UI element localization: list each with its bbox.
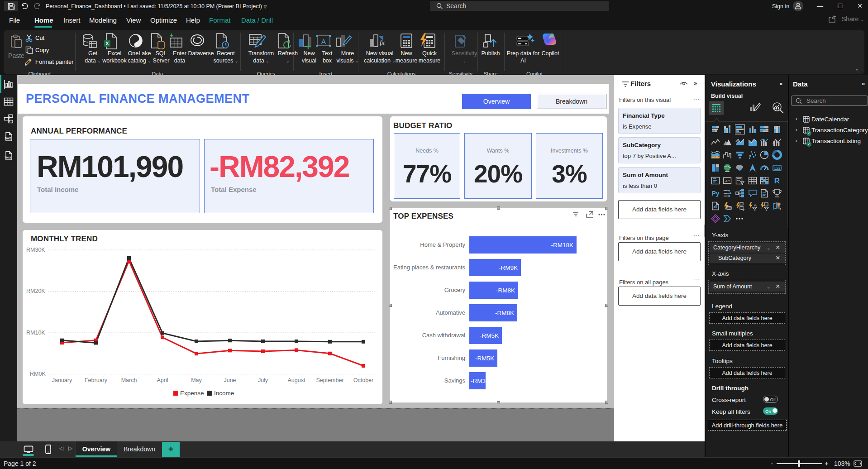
svg-text:April: April bbox=[157, 377, 168, 383]
svg-text:-RM18K: -RM18K bbox=[551, 242, 573, 249]
svg-text:Home & Property: Home & Property bbox=[420, 241, 465, 248]
svg-text:A: A bbox=[754, 203, 757, 207]
svg-text:fx: fx bbox=[380, 39, 385, 46]
svg-text:X: X bbox=[105, 41, 109, 46]
svg-text:Py: Py bbox=[711, 190, 719, 197]
svg-text:October: October bbox=[353, 377, 373, 383]
svg-text:-RM3K: -RM3K bbox=[471, 378, 490, 384]
svg-text:-RM5K: -RM5K bbox=[475, 355, 494, 362]
svg-text:-RM5K: -RM5K bbox=[480, 332, 499, 339]
svg-text:August: August bbox=[288, 377, 305, 383]
svg-text:June: June bbox=[224, 377, 236, 383]
svg-text:March: March bbox=[121, 377, 137, 383]
svg-text:September: September bbox=[316, 377, 343, 383]
svg-text:May: May bbox=[191, 377, 202, 383]
svg-text:123: 123 bbox=[774, 167, 780, 171]
svg-text:RM0K: RM0K bbox=[30, 371, 46, 377]
svg-text:-RM8K: -RM8K bbox=[495, 310, 514, 316]
svg-text:Eating places & restaurants: Eating places & restaurants bbox=[393, 264, 465, 271]
svg-text:Grocery: Grocery bbox=[444, 287, 466, 293]
svg-text:123: 123 bbox=[727, 207, 731, 210]
svg-text:Automative: Automative bbox=[436, 309, 465, 316]
svg-text:DAX: DAX bbox=[5, 137, 11, 140]
svg-text:TMDL: TMDL bbox=[5, 156, 12, 159]
svg-text:-RM9K: -RM9K bbox=[499, 264, 518, 271]
svg-text:A: A bbox=[321, 38, 326, 45]
svg-text:Expense: Expense bbox=[180, 390, 204, 397]
svg-text:Savings: Savings bbox=[444, 377, 466, 384]
svg-text:RM20K: RM20K bbox=[26, 288, 45, 294]
svg-text:February: February bbox=[85, 377, 108, 383]
svg-text:RM10K: RM10K bbox=[26, 330, 45, 336]
svg-text:Income: Income bbox=[214, 390, 234, 397]
svg-text:July: July bbox=[258, 377, 268, 383]
svg-text:RM30K: RM30K bbox=[26, 247, 45, 253]
svg-text:Cash withdrawal: Cash withdrawal bbox=[422, 332, 465, 339]
svg-text:-RM8K: -RM8K bbox=[496, 287, 515, 294]
svg-text:January: January bbox=[52, 377, 72, 383]
svg-text:R: R bbox=[774, 177, 780, 185]
svg-text:Furnishing: Furnishing bbox=[438, 354, 465, 361]
